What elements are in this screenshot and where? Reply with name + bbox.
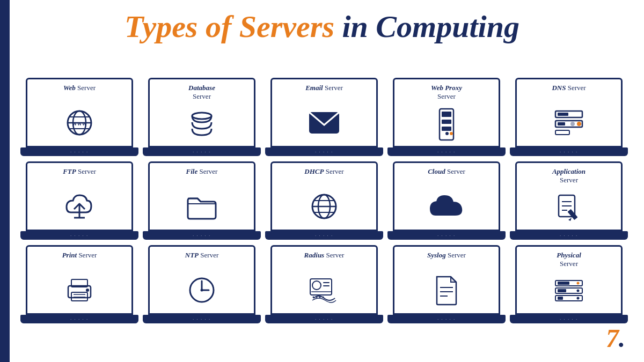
server-label: Email Server bbox=[304, 83, 344, 98]
laptop-screen: Web Server WWW bbox=[26, 78, 133, 147]
left-accent-bar bbox=[0, 0, 10, 362]
svg-point-13 bbox=[445, 132, 449, 135]
svg-rect-18 bbox=[558, 122, 565, 125]
laptop-screen: NTP Server bbox=[148, 245, 255, 315]
svg-rect-63 bbox=[558, 297, 563, 300]
svg-rect-48 bbox=[323, 285, 330, 286]
server-label: NTP Server bbox=[184, 250, 219, 265]
svg-point-19 bbox=[577, 122, 581, 126]
syslog-server-card: Syslog Server bbox=[387, 245, 506, 323]
laptop-screen: DatabaseServer bbox=[148, 78, 255, 147]
folder-icon bbox=[186, 183, 218, 230]
server-label: Radius Server bbox=[303, 250, 346, 265]
laptop-screen: Syslog Server bbox=[393, 245, 500, 315]
svg-rect-47 bbox=[323, 282, 330, 283]
laptop-base bbox=[387, 315, 506, 323]
svg-rect-60 bbox=[558, 289, 566, 292]
svg-rect-9 bbox=[442, 112, 451, 117]
tower-icon bbox=[435, 102, 458, 146]
laptop-base bbox=[510, 231, 628, 240]
server-label: Syslog Server bbox=[426, 250, 467, 265]
laptop-screen: DHCP Server bbox=[270, 161, 378, 231]
svg-text:WWW: WWW bbox=[72, 121, 87, 127]
server-label: DHCP Server bbox=[303, 166, 345, 181]
server-label: FTP Server bbox=[62, 166, 97, 181]
laptop-base bbox=[20, 147, 138, 156]
svg-point-61 bbox=[577, 289, 580, 292]
laptop-screen: Print Server bbox=[26, 245, 133, 315]
laptop-screen: Cloud Server bbox=[393, 161, 500, 231]
laptop-base bbox=[143, 147, 261, 156]
svg-point-58 bbox=[577, 282, 580, 284]
laptop-screen: Web ProxyServer bbox=[393, 78, 500, 147]
laptop-base bbox=[143, 315, 261, 323]
fingerprint-icon bbox=[308, 267, 340, 313]
clock-icon bbox=[187, 267, 216, 313]
svg-rect-11 bbox=[442, 127, 451, 131]
logo-mark: 7 bbox=[606, 326, 625, 351]
server-label: Cloud Server bbox=[427, 166, 466, 181]
server-label: DNS Server bbox=[551, 83, 587, 98]
dns-server-card: DNS Server bbox=[510, 78, 628, 156]
svg-point-39 bbox=[86, 289, 89, 292]
svg-point-49 bbox=[313, 297, 314, 298]
svg-rect-36 bbox=[71, 292, 87, 301]
print-server-card: Print Server bbox=[20, 245, 138, 323]
svg-rect-10 bbox=[442, 120, 451, 124]
server-label: Print Server bbox=[61, 250, 98, 265]
laptop-base bbox=[265, 315, 383, 323]
laptop-base bbox=[510, 315, 628, 323]
svg-rect-57 bbox=[558, 282, 569, 285]
globe-icon bbox=[310, 183, 339, 230]
svg-rect-17 bbox=[558, 113, 568, 116]
server-label: DatabaseServer bbox=[187, 83, 216, 100]
svg-point-50 bbox=[316, 297, 318, 298]
laptop-base bbox=[510, 147, 628, 156]
server-label: Web ProxyServer bbox=[430, 83, 463, 100]
database-server-card: DatabaseServer bbox=[143, 78, 261, 156]
svg-marker-33 bbox=[568, 218, 572, 221]
laptop-base bbox=[387, 231, 506, 240]
cloud-icon bbox=[428, 183, 465, 230]
server-label: Web Server bbox=[62, 83, 97, 98]
www-icon: WWW bbox=[65, 100, 94, 146]
laptop-screen: File Server bbox=[148, 161, 255, 231]
title-orange: Types of Servers bbox=[125, 9, 334, 44]
radius-server-card: Radius Server bbox=[265, 245, 383, 323]
email-icon bbox=[308, 100, 340, 146]
svg-point-12 bbox=[450, 132, 453, 135]
cloud-server-card: Cloud Server bbox=[387, 161, 506, 240]
svg-point-51 bbox=[319, 297, 321, 298]
laptop-base bbox=[387, 147, 506, 156]
laptop-screen: Radius Server bbox=[270, 245, 378, 315]
svg-point-64 bbox=[577, 297, 580, 299]
svg-point-45 bbox=[312, 281, 321, 290]
web-server-card: Web Server WWW bbox=[20, 78, 138, 156]
database-icon bbox=[188, 102, 215, 146]
laptop-base bbox=[143, 231, 261, 240]
server-grid: Web Server WWW DatabaseServer bbox=[20, 78, 624, 323]
laptop-base bbox=[20, 231, 138, 240]
svg-point-52 bbox=[323, 297, 324, 298]
laptop-base bbox=[265, 231, 383, 240]
laptop-screen: FTP Server bbox=[26, 161, 133, 231]
laptop-screen: DNS Server bbox=[515, 78, 623, 147]
server-label: File Server bbox=[185, 166, 219, 181]
svg-point-20 bbox=[570, 122, 575, 126]
pencil-doc-icon bbox=[555, 186, 582, 230]
server-label: PhysicalServer bbox=[555, 250, 582, 268]
application-server-card: ApplicationServer bbox=[510, 161, 628, 240]
document-icon bbox=[434, 267, 459, 313]
server-label: ApplicationServer bbox=[551, 166, 587, 184]
physical-server-card: PhysicalServer bbox=[510, 245, 628, 323]
laptop-base bbox=[20, 315, 138, 323]
laptop-screen: ApplicationServer bbox=[515, 161, 623, 231]
svg-point-43 bbox=[201, 289, 203, 292]
ftp-server-card: FTP Server bbox=[20, 161, 138, 240]
title-dark: in Computing bbox=[334, 9, 519, 44]
dns-icon bbox=[553, 100, 584, 146]
webproxy-server-card: Web ProxyServer bbox=[387, 78, 506, 156]
dhcp-server-card: DHCP Server bbox=[265, 161, 383, 240]
svg-rect-32 bbox=[568, 209, 578, 219]
printer-icon bbox=[64, 267, 95, 313]
